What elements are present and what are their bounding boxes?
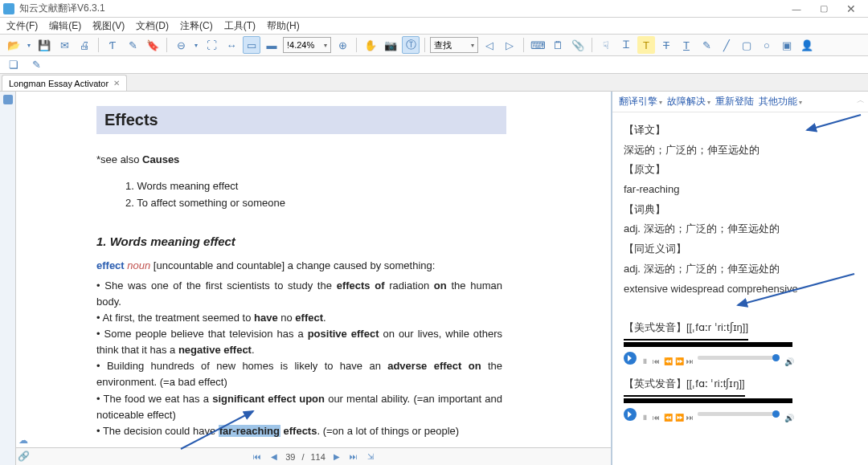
strikeout-icon[interactable]: T (657, 36, 675, 54)
duplicate-icon[interactable]: ❏ (5, 56, 23, 74)
snapshot-icon[interactable]: 📷 (382, 36, 399, 54)
seek-track[interactable] (698, 356, 780, 360)
synonym-text1: adj. 深远的；广泛的；伸至远处的 (624, 259, 857, 279)
email-icon[interactable]: ✉ (55, 36, 73, 54)
person-icon[interactable]: 👤 (798, 36, 816, 54)
link-icon[interactable]: 🔗 (18, 451, 29, 462)
page-options-icon[interactable]: ⇲ (366, 452, 375, 461)
thumbnails-icon[interactable] (3, 95, 13, 104)
fit-width-icon[interactable]: ↔ (223, 36, 240, 54)
rect-icon[interactable]: ▢ (738, 36, 755, 54)
sticky-note-icon[interactable]: 🗒 (549, 36, 567, 54)
save-icon[interactable]: 💾 (35, 36, 53, 54)
edit-icon[interactable]: ✎ (27, 56, 45, 74)
more-dropdown[interactable]: 其他功能 (759, 95, 802, 108)
menu-tools[interactable]: 工具(T) (224, 19, 256, 33)
toc-item: 1. Words meaning effect (125, 178, 563, 195)
rewind-icon[interactable]: ⏪ (664, 411, 670, 418)
pencil-icon[interactable]: ✎ (698, 36, 715, 54)
prev-icon[interactable]: ⏮ (653, 355, 659, 361)
line-icon[interactable]: ╱ (718, 36, 735, 54)
relogin-link[interactable]: 重新登陆 (715, 95, 754, 108)
audio-player-us: ⏸ ⏮ ⏪ ⏩ ⏭ 🔊 (624, 352, 792, 365)
next-match-icon[interactable]: ▷ (501, 36, 518, 54)
print-icon[interactable]: 🖨 (76, 36, 93, 54)
document-area: Effects *see also Causes 1. Words meanin… (16, 92, 611, 465)
text-tool-icon[interactable]: Ƭ (104, 36, 121, 54)
play-button[interactable] (624, 408, 637, 421)
open-dropdown-icon[interactable]: ▾ (25, 36, 33, 54)
next-icon[interactable]: ⏭ (686, 355, 693, 361)
troubleshoot-dropdown[interactable]: 故障解决 (667, 95, 710, 108)
prev-page-icon[interactable]: ◀ (269, 452, 279, 461)
pause-icon[interactable]: ⏸ (641, 355, 648, 361)
scroll-up-icon[interactable]: ︿ (857, 95, 865, 106)
next-page-icon[interactable]: ▶ (332, 452, 342, 461)
circle-icon[interactable]: ○ (758, 36, 776, 54)
draw-icon[interactable]: ✎ (124, 36, 141, 54)
forward-icon[interactable]: ⏩ (675, 411, 682, 418)
document-tab[interactable]: Longman Essay Activator ✕ (2, 75, 127, 91)
example-line: • The decision could have far-reaching e… (96, 423, 502, 439)
underline-icon[interactable]: T (678, 36, 695, 54)
first-page-icon[interactable]: ⏮ (252, 452, 263, 461)
menu-edit[interactable]: 编辑(E) (49, 19, 81, 33)
zoom-out-icon[interactable]: ⊖ (172, 36, 190, 54)
example-line: • At first, the treatment seemed to have… (96, 310, 502, 326)
single-page-icon[interactable]: ▬ (263, 36, 280, 54)
zoom-in-icon[interactable]: ⊕ (334, 36, 351, 54)
select-text-icon[interactable]: Ⓣ (402, 36, 420, 54)
pdf-page[interactable]: Effects *see also Causes 1. Words meanin… (16, 92, 611, 447)
translation-label: 【译文】 (624, 120, 857, 141)
attach-icon[interactable]: 📎 (569, 36, 587, 54)
uk-pronunciation-label: 【英式发音】[[ˌfɑː ˈriːtʃɪŋ]] (624, 374, 745, 397)
waveform-uk (624, 398, 792, 403)
open-icon[interactable]: 📂 (5, 36, 23, 54)
menu-view[interactable]: 视图(V) (92, 19, 125, 33)
text-cursor-icon[interactable]: Ꮖ (617, 36, 635, 54)
translation-body: 【译文】 深远的；广泛的；伸至远处的 【原文】 far-reaching 【词典… (612, 112, 868, 465)
audio-player-uk: ⏸ ⏮ ⏪ ⏩ ⏭ 🔊 (624, 408, 792, 421)
maximize-button[interactable]: ▢ (810, 0, 837, 18)
hand-icon[interactable]: ✋ (362, 36, 379, 54)
volume-icon[interactable]: 🔊 (784, 354, 792, 362)
close-button[interactable]: ✕ (837, 0, 865, 18)
bookmark-icon[interactable]: 🔖 (144, 36, 162, 54)
tab-close-icon[interactable]: ✕ (113, 79, 120, 88)
tab-label: Longman Essay Activator (9, 79, 108, 88)
translation-text: 深远的；广泛的；伸至远处的 (624, 141, 857, 161)
menu-document[interactable]: 文档(D) (136, 19, 169, 33)
last-page-icon[interactable]: ⏭ (348, 452, 359, 461)
menu-comment[interactable]: 注释(C) (180, 19, 213, 33)
next-icon[interactable]: ⏭ (686, 411, 693, 418)
seek-track[interactable] (698, 412, 780, 416)
hand-tool-icon[interactable]: ☟ (597, 36, 615, 54)
volume-icon[interactable]: 🔊 (784, 410, 792, 418)
play-button[interactable] (624, 352, 637, 365)
menu-file[interactable]: 文件(F) (6, 19, 38, 33)
prev-match-icon[interactable]: ◁ (481, 36, 498, 54)
minimize-button[interactable]: — (783, 0, 810, 18)
engine-dropdown[interactable]: 翻译引擎 (619, 95, 662, 108)
source-text: far-reaching (624, 180, 857, 200)
translation-toolbar: 翻译引擎 故障解决 重新登陆 其他功能 (612, 92, 868, 112)
pause-icon[interactable]: ⏸ (641, 411, 648, 418)
fit-page-icon[interactable]: ⛶ (203, 36, 220, 54)
example-line: • Some people believe that television ha… (96, 326, 502, 358)
zoom-dropdown-icon[interactable]: ▾ (192, 36, 200, 54)
forward-icon[interactable]: ⏩ (675, 355, 682, 361)
translation-panel: 翻译引擎 故障解决 重新登陆 其他功能 ︿ 【译文】 深远的；广泛的；伸至远处的… (611, 92, 868, 465)
zoom-combo[interactable]: !4.24% (283, 37, 331, 53)
page-current[interactable]: 39 (285, 452, 295, 462)
menu-help[interactable]: 帮助(H) (267, 19, 300, 33)
dict-label: 【词典】 (624, 200, 857, 220)
prev-icon[interactable]: ⏮ (653, 411, 659, 418)
cloud-icon[interactable]: ☁ (18, 434, 29, 446)
continuous-icon[interactable]: ▭ (243, 36, 260, 54)
stamp-icon[interactable]: ▣ (778, 36, 796, 54)
source-label: 【原文】 (624, 160, 857, 180)
highlight-icon[interactable]: T (637, 36, 655, 54)
search-combo[interactable]: 查找 (430, 37, 478, 53)
rewind-icon[interactable]: ⏪ (664, 355, 670, 361)
typewriter-icon[interactable]: ⌨ (529, 36, 547, 54)
